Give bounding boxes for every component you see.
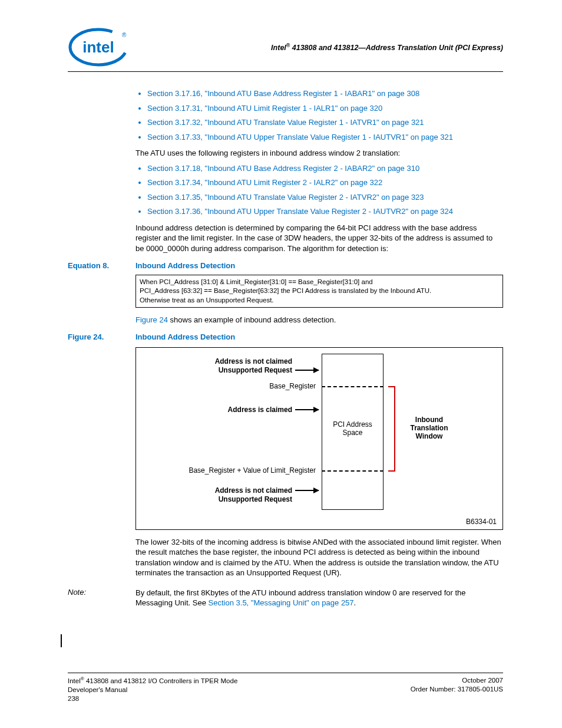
unsupported-bottom: Unsupported Request (189, 495, 292, 503)
arrow-icon (295, 490, 319, 491)
figure-box: Address is not claimed Unsupported Reque… (135, 347, 503, 530)
equation-line: Otherwise treat as an Unsupported Reques… (140, 296, 499, 305)
figure-ref-para: Figure 24 shows an example of inbound ad… (135, 315, 503, 325)
pci-space-label: PCI Address Space (328, 420, 378, 437)
xref-link[interactable]: Section 3.17.31, "Inbound ATU Limit Regi… (147, 103, 503, 114)
not-claimed-bottom: Address is not claimed (189, 486, 292, 495)
arrow-icon (295, 370, 319, 371)
footer-date: October 2007 (411, 676, 503, 685)
svg-text:®: ® (122, 32, 127, 38)
equation-title: Inbound Address Detection (135, 261, 235, 270)
note-label: Note: (68, 588, 135, 608)
inbound-window-label: Inbound Translation Window (401, 416, 457, 441)
claimed-label: Address is claimed (189, 406, 292, 414)
equation-label: Equation 8. (68, 261, 135, 270)
figure-title: Inbound Address Detection (135, 332, 235, 341)
figure-label: Figure 24. (68, 332, 135, 341)
footer-manual: Developer's Manual (68, 686, 237, 694)
limit-line (322, 470, 384, 472)
note-text: By default, the first 8Kbytes of the ATU… (135, 588, 503, 608)
equation-box: When PCI_Address [31:0] & Limit_Register… (135, 275, 503, 308)
header-rule (68, 71, 503, 72)
figure-code: B6334-01 (466, 518, 497, 526)
equation-line: When PCI_Address [31:0] & Limit_Register… (140, 278, 499, 287)
svg-text:intel: intel (82, 38, 114, 56)
equation-line: PCI_Address [63:32] == Base_Register[63:… (140, 286, 499, 296)
base-plus-limit-label: Base_Register + Value of Limit_Register (148, 466, 316, 475)
note-xref-link[interactable]: Section 3.5, "Messaging Unit" on page 25… (209, 598, 354, 607)
figure-ref-link[interactable]: Figure 24 (135, 315, 168, 324)
xref-link[interactable]: Section 3.17.32, "Inbound ATU Translate … (147, 117, 503, 128)
xref-link[interactable]: Section 3.17.34, "Inbound ATU Limit Regi… (147, 177, 503, 188)
page-footer: Intel® 413808 and 413812 I/O Controllers… (68, 673, 503, 703)
arrow-icon (295, 409, 319, 410)
not-claimed-top: Address is not claimed (189, 357, 292, 365)
xref-link[interactable]: Section 3.17.35, "Inbound ATU Translate … (147, 192, 503, 203)
xref-list-1: Section 3.17.16, "Inbound ATU Base Addre… (147, 88, 503, 142)
xref-list-2: Section 3.17.18, "Inbound ATU Base Addre… (147, 163, 503, 217)
detection-para: Inbound address detection is determined … (135, 223, 503, 254)
xref-link[interactable]: Section 3.17.33, "Inbound ATU Upper Tran… (147, 132, 503, 143)
window-bracket (388, 386, 395, 472)
xref-link[interactable]: Section 3.17.16, "Inbound ATU Base Addre… (147, 88, 503, 99)
page-header-title: Intel® 413808 and 413812—Address Transla… (130, 42, 503, 52)
footer-product: Intel® 413808 and 413812 I/O Controllers… (68, 676, 237, 686)
base-register-label: Base_Register (216, 382, 316, 390)
explanation-para: The lower 32-bits of the incoming addres… (135, 537, 503, 578)
intro-window2: The ATU uses the following registers in … (135, 148, 503, 159)
base-register-line (322, 386, 384, 387)
footer-order-number: Order Number: 317805-001US (411, 685, 503, 694)
text-cursor (61, 634, 62, 647)
xref-link[interactable]: Section 3.17.18, "Inbound ATU Base Addre… (147, 163, 503, 174)
intel-logo: intel ® (68, 27, 130, 68)
footer-page-number: 238 (68, 694, 237, 703)
xref-link[interactable]: Section 3.17.36, "Inbound ATU Upper Tran… (147, 206, 503, 217)
unsupported-top: Unsupported Request (189, 366, 292, 374)
